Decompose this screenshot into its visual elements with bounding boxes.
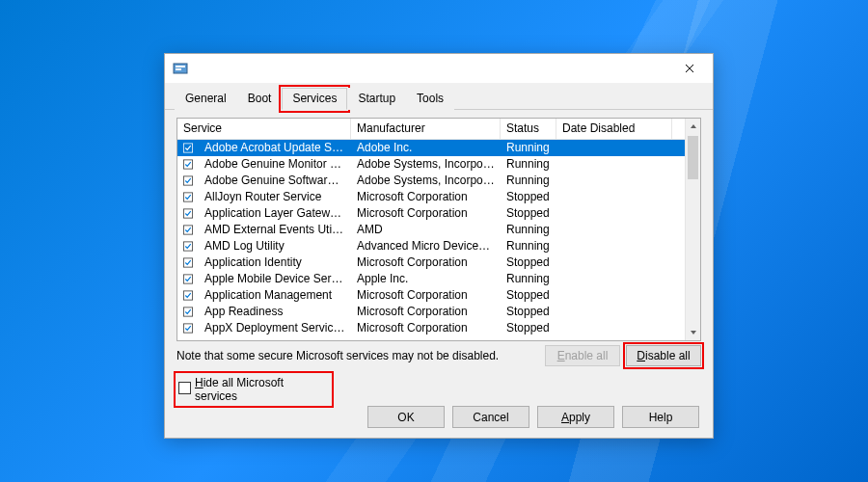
tab-content: Service Manufacturer Status Date Disable… bbox=[165, 110, 713, 415]
cell-manufacturer: Microsoft Corporation bbox=[351, 320, 501, 336]
cell-manufacturer: Apple Inc. bbox=[351, 271, 501, 287]
svg-rect-12 bbox=[183, 291, 192, 300]
row-checkbox[interactable] bbox=[177, 207, 199, 220]
scroll-track[interactable] bbox=[686, 134, 700, 325]
cell-status: Stopped bbox=[501, 287, 556, 304]
cell-service: Adobe Genuine Software Integri... bbox=[199, 173, 351, 189]
cell-service: Apple Mobile Device Service bbox=[199, 271, 351, 287]
row-checkbox[interactable] bbox=[177, 240, 199, 253]
tab-services[interactable]: Services bbox=[282, 88, 347, 110]
table-row[interactable]: App ReadinessMicrosoft CorporationStoppe… bbox=[177, 304, 685, 320]
msconfig-dialog: General Boot Services Startup Tools Serv… bbox=[164, 53, 714, 439]
svg-rect-13 bbox=[183, 308, 192, 316]
dialog-button-row: OK Cancel Apply Help bbox=[367, 406, 699, 428]
row-checkbox[interactable] bbox=[177, 158, 199, 171]
table-row[interactable]: AMD Log UtilityAdvanced Micro Devices, I… bbox=[177, 238, 685, 254]
cell-manufacturer: Microsoft Corporation bbox=[351, 304, 501, 320]
cell-manufacturer: Advanced Micro Devices, I... bbox=[351, 238, 501, 254]
cancel-button[interactable]: Cancel bbox=[452, 406, 529, 428]
cell-service: Adobe Acrobat Update Service bbox=[199, 140, 351, 156]
checkbox-icon[interactable] bbox=[178, 382, 191, 397]
svg-rect-11 bbox=[183, 275, 192, 283]
svg-rect-7 bbox=[183, 209, 192, 218]
row-checkbox[interactable] bbox=[177, 306, 199, 318]
tab-general[interactable]: General bbox=[175, 88, 237, 110]
row-checkbox[interactable] bbox=[177, 174, 199, 187]
tab-tools[interactable]: Tools bbox=[406, 88, 454, 110]
help-button[interactable]: Help bbox=[622, 406, 699, 428]
cell-manufacturer: AMD bbox=[351, 222, 501, 238]
table-row[interactable]: Adobe Acrobat Update ServiceAdobe Inc.Ru… bbox=[177, 140, 685, 156]
table-row[interactable]: Application IdentityMicrosoft Corporatio… bbox=[177, 254, 685, 271]
cell-manufacturer: Microsoft Corporation bbox=[351, 254, 501, 271]
svg-rect-2 bbox=[176, 68, 181, 70]
services-grid: Service Manufacturer Status Date Disable… bbox=[176, 118, 701, 341]
cell-service: Adobe Genuine Monitor Service bbox=[199, 156, 351, 173]
scroll-down-button[interactable] bbox=[686, 325, 700, 340]
table-row[interactable]: Adobe Genuine Monitor ServiceAdobe Syste… bbox=[177, 156, 685, 173]
cell-status: Running bbox=[501, 238, 556, 254]
cell-status: Stopped bbox=[501, 304, 556, 320]
close-button[interactable] bbox=[668, 55, 711, 82]
cell-status: Running bbox=[501, 173, 556, 189]
svg-rect-3 bbox=[183, 144, 192, 152]
col-header-date-disabled[interactable]: Date Disabled bbox=[556, 119, 672, 139]
cell-status: Running bbox=[501, 271, 556, 287]
grid-header: Service Manufacturer Status Date Disable… bbox=[177, 119, 700, 140]
svg-rect-1 bbox=[176, 66, 185, 67]
svg-rect-14 bbox=[183, 324, 192, 333]
tab-boot[interactable]: Boot bbox=[237, 88, 283, 110]
cell-service: AllJoyn Router Service bbox=[199, 189, 351, 205]
cell-manufacturer: Microsoft Corporation bbox=[351, 189, 501, 205]
cell-status: Running bbox=[501, 222, 556, 238]
row-checkbox[interactable] bbox=[177, 322, 199, 335]
table-row[interactable]: AppX Deployment Service (AppX...Microsof… bbox=[177, 320, 685, 336]
cell-service: AMD Log Utility bbox=[199, 238, 351, 254]
svg-rect-9 bbox=[183, 242, 192, 251]
titlebar bbox=[165, 54, 713, 83]
hide-microsoft-label: Hide all Microsoft services bbox=[195, 376, 329, 403]
row-checkbox[interactable] bbox=[177, 191, 199, 203]
msconfig-icon bbox=[173, 61, 188, 76]
cell-manufacturer: Microsoft Corporation bbox=[351, 205, 501, 222]
row-checkbox[interactable] bbox=[177, 289, 199, 302]
svg-rect-4 bbox=[183, 160, 192, 169]
hide-microsoft-checkbox-row[interactable]: Hide all Microsoft services bbox=[176, 374, 331, 405]
row-checkbox[interactable] bbox=[177, 224, 199, 236]
tab-startup[interactable]: Startup bbox=[347, 88, 406, 110]
grid-body[interactable]: Adobe Acrobat Update ServiceAdobe Inc.Ru… bbox=[177, 140, 685, 340]
ok-button[interactable]: OK bbox=[367, 406, 445, 428]
table-row[interactable]: AMD External Events UtilityAMDRunning bbox=[177, 222, 685, 238]
cell-manufacturer: Microsoft Corporation bbox=[351, 287, 501, 304]
svg-rect-15 bbox=[179, 383, 191, 394]
svg-rect-10 bbox=[183, 258, 192, 267]
cell-status: Stopped bbox=[501, 189, 556, 205]
cell-manufacturer: Adobe Inc. bbox=[351, 140, 501, 156]
table-row[interactable]: Adobe Genuine Software Integri...Adobe S… bbox=[177, 173, 685, 189]
disable-all-button[interactable]: Disable all bbox=[626, 345, 701, 366]
enable-all-button: Enable all bbox=[545, 345, 620, 366]
row-checkbox[interactable] bbox=[177, 142, 199, 154]
row-checkbox[interactable] bbox=[177, 256, 199, 269]
col-header-manufacturer[interactable]: Manufacturer bbox=[351, 119, 501, 139]
scroll-thumb[interactable] bbox=[688, 136, 698, 179]
table-row[interactable]: Application ManagementMicrosoft Corporat… bbox=[177, 287, 685, 304]
svg-rect-8 bbox=[183, 226, 192, 234]
cell-service: AppX Deployment Service (AppX... bbox=[199, 320, 351, 336]
cell-status: Stopped bbox=[501, 320, 556, 336]
cell-service: Application Management bbox=[199, 287, 351, 304]
table-row[interactable]: Application Layer Gateway ServiceMicroso… bbox=[177, 205, 685, 222]
cell-status: Running bbox=[501, 156, 556, 173]
col-header-status[interactable]: Status bbox=[501, 119, 556, 139]
table-row[interactable]: Apple Mobile Device ServiceApple Inc.Run… bbox=[177, 271, 685, 287]
cell-status: Stopped bbox=[501, 205, 556, 222]
scroll-up-button[interactable] bbox=[686, 119, 700, 134]
row-checkbox[interactable] bbox=[177, 273, 199, 285]
apply-button[interactable]: Apply bbox=[537, 406, 614, 428]
vertical-scrollbar[interactable] bbox=[685, 119, 700, 340]
cell-service: App Readiness bbox=[199, 304, 351, 320]
svg-rect-6 bbox=[183, 193, 192, 201]
cell-service: Application Layer Gateway Service bbox=[199, 205, 351, 222]
col-header-service[interactable]: Service bbox=[177, 119, 351, 139]
table-row[interactable]: AllJoyn Router ServiceMicrosoft Corporat… bbox=[177, 189, 685, 205]
